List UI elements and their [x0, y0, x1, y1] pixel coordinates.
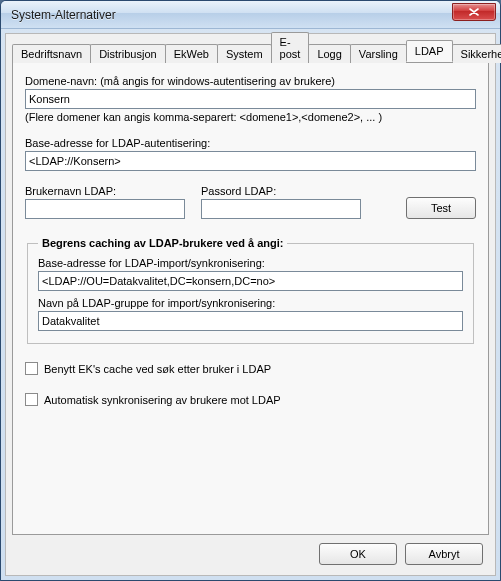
base-auth-label: Base-adresse for LDAP-autentisering:: [25, 137, 476, 149]
ok-button[interactable]: OK: [319, 543, 397, 565]
dialog-footer: OK Avbryt: [12, 535, 489, 569]
group-name-input[interactable]: [38, 311, 463, 331]
tab-strip: Bedriftsnavn Distribusjon EkWeb System E…: [12, 40, 489, 62]
cancel-button[interactable]: Avbryt: [405, 543, 483, 565]
tab-panel-ldap: Domene-navn: (må angis for windows-auten…: [12, 62, 489, 535]
cache-checkbox-label: Benytt EK's cache ved søk etter bruker i…: [44, 363, 271, 375]
domain-label: Domene-navn: (må angis for windows-auten…: [25, 75, 476, 87]
dialog-window: System-Alternativer Bedriftsnavn Distrib…: [0, 0, 501, 581]
ldap-pass-label: Passord LDAP:: [201, 185, 361, 197]
window-title: System-Alternativer: [11, 8, 452, 22]
close-icon: [469, 6, 479, 18]
credentials-row: Brukernavn LDAP: Passord LDAP: Test: [25, 185, 476, 219]
tab-system[interactable]: System: [217, 44, 272, 63]
tab-sikkerhet[interactable]: Sikkerhet: [452, 44, 501, 63]
client-area: Bedriftsnavn Distribusjon EkWeb System E…: [5, 33, 496, 576]
tab-varsling[interactable]: Varsling: [350, 44, 407, 63]
cache-checkbox[interactable]: [25, 362, 38, 375]
tab-ekweb[interactable]: EkWeb: [165, 44, 218, 63]
caching-legend: Begrens caching av LDAP-brukere ved å an…: [38, 237, 287, 249]
test-button[interactable]: Test: [406, 197, 476, 219]
ldap-user-input[interactable]: [25, 199, 185, 219]
domain-input[interactable]: [25, 89, 476, 109]
group-name-label: Navn på LDAP-gruppe for import/synkronis…: [38, 297, 463, 309]
tab-ldap[interactable]: LDAP: [406, 40, 453, 62]
sync-checkbox[interactable]: [25, 393, 38, 406]
close-button[interactable]: [452, 3, 496, 21]
cache-checkbox-row[interactable]: Benytt EK's cache ved søk etter bruker i…: [25, 362, 476, 375]
tab-bedriftsnavn[interactable]: Bedriftsnavn: [12, 44, 91, 63]
sync-checkbox-row[interactable]: Automatisk synkronisering av brukere mot…: [25, 393, 476, 406]
tab-distribusjon[interactable]: Distribusjon: [90, 44, 165, 63]
domain-note: (Flere domener kan angis komma-separert:…: [25, 111, 476, 123]
titlebar[interactable]: System-Alternativer: [1, 1, 500, 29]
base-auth-input[interactable]: [25, 151, 476, 171]
tab-logg[interactable]: Logg: [308, 44, 350, 63]
tab-epost[interactable]: E-post: [271, 32, 310, 63]
ldap-user-label: Brukernavn LDAP:: [25, 185, 185, 197]
ldap-pass-input[interactable]: [201, 199, 361, 219]
caching-group: Begrens caching av LDAP-brukere ved å an…: [27, 237, 474, 344]
sync-checkbox-label: Automatisk synkronisering av brukere mot…: [44, 394, 281, 406]
base-import-label: Base-adresse for LDAP-import/synkroniser…: [38, 257, 463, 269]
base-import-input[interactable]: [38, 271, 463, 291]
